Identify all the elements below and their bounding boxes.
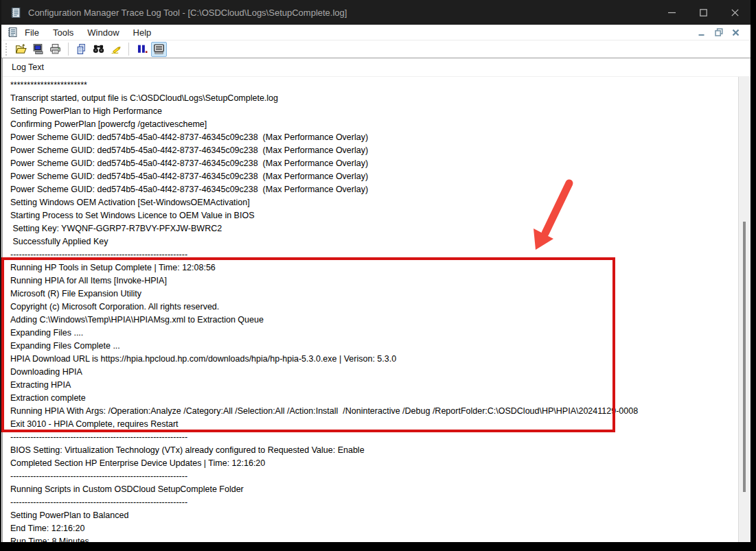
log-line[interactable]: Microsoft (R) File Expansion Utility [10, 288, 739, 301]
document-icon [7, 27, 18, 38]
log-line[interactable]: Running Scripts in Custom OSDCloud Setup… [10, 483, 739, 496]
toolbar-separator [68, 43, 69, 56]
log-line[interactable]: Confirming PowerPlan [powercfg /getactiv… [10, 118, 739, 131]
pause-button[interactable] [134, 42, 150, 57]
highlight-button[interactable] [108, 42, 124, 57]
log-line[interactable]: Power Scheme GUID: ded574b5-45a0-4f42-87… [10, 170, 739, 183]
computer-icon [32, 43, 44, 55]
log-line[interactable]: Setting PowerPlan to High Performance [10, 105, 739, 118]
log-line[interactable]: End Time: 12:16:20 [10, 522, 739, 535]
open-file-button[interactable] [13, 42, 29, 57]
menu-file[interactable]: File [18, 26, 46, 39]
menu-help[interactable]: Help [126, 26, 159, 39]
log-monitor-icon [153, 43, 165, 55]
log-line[interactable]: Setting Key: YWQNF-GGRP7-R7BVY-PFXJW-BWR… [10, 222, 739, 235]
log-line[interactable]: Copyright (c) Microsoft Corporation. All… [10, 301, 739, 314]
log-line[interactable]: Adding C:\Windows\Temp\HPIA\HPIAMsg.xml … [10, 314, 739, 327]
log-line[interactable]: Expanding Files .... [10, 327, 739, 340]
menu-tools[interactable]: Tools [46, 26, 80, 39]
log-line[interactable]: ----------------------------------------… [10, 470, 739, 483]
mdi-restore-icon [715, 28, 723, 36]
log-view: Log Text ***********************Transcri… [2, 58, 751, 542]
log-line[interactable]: Power Scheme GUID: ded574b5-45a0-4f42-87… [10, 183, 739, 196]
desktop-edge-bottom [0, 542, 756, 551]
log-line[interactable]: Starting Process to Set Windows Licence … [10, 209, 739, 222]
window-controls [656, 0, 751, 25]
binoculars-icon [93, 43, 104, 55]
close-icon [731, 9, 739, 16]
scrollbar-thumb[interactable] [743, 222, 746, 492]
log-line[interactable]: HPIA Download URL is https://hpia.hpclou… [10, 353, 739, 366]
minimize-button[interactable] [656, 0, 687, 25]
copy-button[interactable] [73, 42, 89, 57]
title-bar: Configuration Manager Trace Log Tool - [… [1, 0, 751, 25]
mdi-close-button[interactable] [731, 28, 741, 37]
log-line[interactable]: Running HP Tools in Setup Complete | Tim… [10, 261, 739, 274]
maximize-button[interactable] [687, 0, 719, 25]
pause-icon [136, 43, 148, 55]
log-line[interactable]: Running HPIA for All Items [Invoke-HPIA] [10, 274, 739, 288]
find-button[interactable] [91, 42, 106, 57]
log-line[interactable]: ----------------------------------------… [10, 496, 739, 509]
copy-icon [76, 43, 87, 55]
close-button[interactable] [719, 0, 751, 25]
log-column-header[interactable]: Log Text [3, 58, 751, 77]
highlighter-icon [110, 43, 122, 55]
log-line[interactable]: ----------------------------------------… [10, 248, 739, 261]
log-lines: ***********************Transcript starte… [3, 77, 739, 542]
window-title: Configuration Manager Trace Log Tool - [… [28, 8, 656, 18]
realtime-monitor-button[interactable] [151, 42, 167, 57]
app-icon [10, 7, 21, 19]
app-window: Configuration Manager Trace Log Tool - [… [0, 0, 751, 542]
log-line[interactable]: Power Scheme GUID: ded574b5-45a0-4f42-87… [10, 131, 739, 144]
mdi-restore-button[interactable] [713, 28, 724, 37]
log-line[interactable]: Extraction complete [10, 392, 739, 405]
desktop-edge-right [751, 0, 756, 551]
menu-bar: File Tools Window Help [1, 25, 751, 40]
log-line[interactable]: BIOS Setting: Virtualization Technology … [10, 444, 739, 457]
menu-window[interactable]: Window [80, 26, 126, 39]
toolbar-gripper[interactable] [5, 43, 7, 56]
minimize-icon [668, 9, 676, 16]
toolbar-separator [128, 43, 129, 56]
mdi-minimize-icon [698, 29, 705, 36]
log-line[interactable]: Exit 3010 - HPIA Complete, requires Rest… [10, 418, 739, 431]
log-line[interactable]: Power Scheme GUID: ded574b5-45a0-4f42-87… [10, 144, 739, 157]
log-line[interactable]: Completed Section HP Enterprise Device U… [10, 457, 739, 470]
log-line[interactable]: Running HPIA With Args: /Operation:Analy… [10, 405, 739, 418]
log-line[interactable]: Successfully Applied Key [10, 235, 739, 248]
mdi-window-controls [696, 28, 741, 37]
log-line[interactable]: ----------------------------------------… [10, 431, 739, 444]
log-line[interactable]: *********************** [10, 79, 739, 92]
mdi-minimize-button[interactable] [696, 28, 707, 37]
mdi-close-icon [732, 29, 740, 36]
print-button[interactable] [47, 42, 63, 57]
vertical-scrollbar[interactable] [738, 77, 751, 542]
log-line[interactable]: Power Scheme GUID: ded574b5-45a0-4f42-87… [10, 157, 739, 170]
toolbar [1, 40, 751, 58]
open-remote-button[interactable] [30, 42, 46, 57]
log-line[interactable]: Setting Windows OEM Activation [Set-Wind… [10, 196, 739, 209]
open-folder-icon [15, 43, 27, 55]
log-line[interactable]: Extracting HPIA [10, 379, 739, 392]
log-line[interactable]: Transcript started, output file is C:\OS… [10, 92, 739, 105]
log-line[interactable]: Run Time: 8 Minutes [10, 535, 739, 542]
log-line[interactable]: Expanding Files Complete ... [10, 340, 739, 353]
maximize-icon [700, 9, 707, 16]
log-line[interactable]: Downloading HPIA [10, 366, 739, 379]
log-line[interactable]: Setting PowerPlan to Balanced [10, 509, 739, 522]
printer-icon [49, 43, 61, 55]
